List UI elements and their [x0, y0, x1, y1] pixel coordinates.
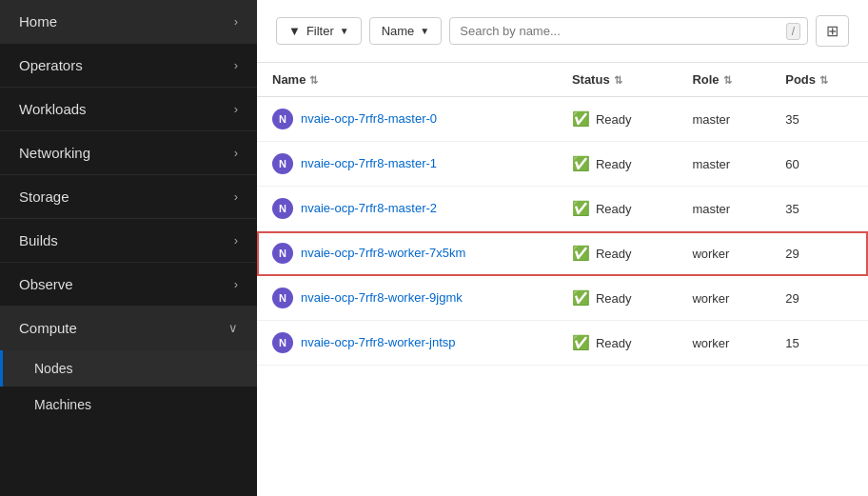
- node-icon: N: [272, 198, 293, 219]
- node-name-link[interactable]: nvaie-ocp-7rfr8-master-0: [301, 110, 437, 128]
- chevron-icon: ›: [234, 102, 238, 116]
- table-row[interactable]: Nnvaie-ocp-7rfr8-master-1✅Readymaster60: [257, 142, 868, 187]
- cell-status: ✅Ready: [557, 142, 678, 187]
- status-icon: ✅: [572, 200, 590, 217]
- cell-pods: 60: [770, 142, 868, 187]
- sidebar-sub-item-nodes[interactable]: Nodes: [0, 350, 257, 387]
- status-text: Ready: [596, 336, 632, 350]
- sidebar-item-label: Storage: [19, 188, 69, 205]
- table-row[interactable]: Nnvaie-ocp-7rfr8-worker-9jgmk✅Readyworke…: [257, 276, 868, 321]
- filter-button[interactable]: ▼ Filter ▼: [276, 17, 362, 45]
- status-text: Ready: [596, 202, 632, 216]
- cell-pods: 15: [770, 321, 868, 366]
- status-icon: ✅: [572, 245, 590, 262]
- cell-pods: 29: [770, 231, 868, 276]
- sidebar-item-workloads[interactable]: Workloads›: [0, 88, 257, 131]
- nodes-table: Name⇅Status⇅Role⇅Pods⇅ Nnvaie-ocp-7rfr8-…: [257, 63, 868, 366]
- sidebar-item-label: Observe: [19, 276, 73, 292]
- name-label: Name: [382, 24, 415, 38]
- status-icon: ✅: [572, 334, 590, 351]
- search-input[interactable]: [449, 17, 808, 45]
- status-text: Ready: [596, 157, 632, 171]
- table-row[interactable]: Nnvaie-ocp-7rfr8-master-0✅Readymaster35: [257, 97, 868, 142]
- sidebar-item-home[interactable]: Home›: [0, 0, 257, 44]
- sidebar-item-label: Compute: [19, 320, 77, 336]
- sidebar-item-networking[interactable]: Networking›: [0, 131, 257, 175]
- node-name-link[interactable]: nvaie-ocp-7rfr8-master-2: [301, 200, 437, 217]
- chevron-icon: ›: [234, 146, 238, 160]
- cell-role: worker: [677, 321, 770, 366]
- columns-button[interactable]: ⊞: [816, 15, 849, 47]
- name-chevron-icon: ▼: [420, 26, 429, 36]
- node-icon: N: [272, 243, 293, 264]
- cell-role: worker: [677, 231, 770, 276]
- sidebar-item-label: Builds: [19, 232, 58, 248]
- chevron-icon: ›: [234, 233, 238, 248]
- node-name-link[interactable]: nvaie-ocp-7rfr8-worker-jntsp: [301, 334, 456, 351]
- sidebar-item-builds[interactable]: Builds›: [0, 219, 257, 263]
- col-header-name[interactable]: Name⇅: [257, 63, 557, 97]
- table-row[interactable]: Nnvaie-ocp-7rfr8-master-2✅Readymaster35: [257, 187, 868, 231]
- node-name-link[interactable]: nvaie-ocp-7rfr8-worker-9jgmk: [301, 289, 463, 307]
- node-name-link[interactable]: nvaie-ocp-7rfr8-worker-7x5km: [301, 245, 465, 262]
- cell-role: master: [677, 142, 770, 187]
- col-header-status[interactable]: Status⇅: [557, 63, 678, 97]
- cell-name: Nnvaie-ocp-7rfr8-master-1: [257, 142, 557, 187]
- cell-status: ✅Ready: [557, 321, 678, 366]
- chevron-icon: ∨: [228, 321, 238, 335]
- cell-status: ✅Ready: [557, 187, 678, 231]
- cell-pods: 35: [770, 97, 868, 142]
- main-content: ▼ Filter ▼ Name ▼ / ⊞ Name⇅Status⇅Role⇅P…: [257, 0, 868, 496]
- status-icon: ✅: [572, 289, 590, 307]
- node-icon: N: [272, 109, 293, 129]
- node-icon: N: [272, 332, 293, 353]
- chevron-icon: ›: [234, 277, 238, 291]
- cell-name: Nnvaie-ocp-7rfr8-worker-9jgmk: [257, 276, 557, 321]
- table-row[interactable]: Nnvaie-ocp-7rfr8-worker-7x5km✅Readyworke…: [257, 231, 868, 276]
- chevron-icon: ›: [234, 58, 238, 72]
- cell-status: ✅Ready: [557, 231, 678, 276]
- table-body: Nnvaie-ocp-7rfr8-master-0✅Readymaster35N…: [257, 97, 868, 366]
- sort-icon-status: ⇅: [614, 74, 622, 87]
- status-text: Ready: [596, 247, 632, 261]
- cell-role: master: [677, 187, 770, 231]
- col-header-role[interactable]: Role⇅: [677, 63, 770, 97]
- node-icon: N: [272, 153, 293, 174]
- search-shortcut: /: [786, 23, 800, 40]
- table-header: Name⇅Status⇅Role⇅Pods⇅: [257, 63, 868, 97]
- table-row[interactable]: Nnvaie-ocp-7rfr8-worker-jntsp✅Readyworke…: [257, 321, 868, 366]
- chevron-icon: ›: [234, 14, 238, 29]
- status-text: Ready: [596, 112, 632, 127]
- filter-icon: ▼: [288, 24, 301, 38]
- sort-icon-name: ⇅: [309, 74, 318, 87]
- cell-role: master: [677, 97, 770, 142]
- sidebar: Home›Operators›Workloads›Networking›Stor…: [0, 0, 257, 496]
- sidebar-item-label: Workloads: [19, 101, 87, 117]
- sidebar-item-operators[interactable]: Operators›: [0, 44, 257, 88]
- cell-pods: 29: [770, 276, 868, 321]
- cell-name: Nnvaie-ocp-7rfr8-master-2: [257, 187, 557, 231]
- sidebar-item-observe[interactable]: Observe›: [0, 263, 257, 307]
- node-icon: N: [272, 288, 293, 308]
- sidebar-item-label: Operators: [19, 57, 83, 73]
- sidebar-sub-item-machines[interactable]: Machines: [0, 387, 257, 423]
- sort-icon-pods: ⇅: [819, 74, 828, 87]
- cell-name: Nnvaie-ocp-7rfr8-worker-jntsp: [257, 321, 557, 366]
- toolbar: ▼ Filter ▼ Name ▼ / ⊞: [257, 0, 868, 63]
- sort-icon-role: ⇅: [723, 74, 732, 87]
- cell-pods: 35: [770, 187, 868, 231]
- status-icon: ✅: [572, 155, 590, 172]
- sidebar-item-compute[interactable]: Compute∨: [0, 307, 257, 350]
- sidebar-item-label: Home: [19, 13, 57, 30]
- col-header-pods[interactable]: Pods⇅: [770, 63, 868, 97]
- cell-name: Nnvaie-ocp-7rfr8-master-0: [257, 97, 557, 142]
- filter-chevron-icon: ▼: [340, 26, 349, 36]
- nodes-table-wrap: Name⇅Status⇅Role⇅Pods⇅ Nnvaie-ocp-7rfr8-…: [257, 63, 868, 496]
- cell-status: ✅Ready: [557, 276, 678, 321]
- sidebar-item-storage[interactable]: Storage›: [0, 175, 257, 219]
- cell-status: ✅Ready: [557, 97, 678, 142]
- name-select-button[interactable]: Name ▼: [369, 17, 443, 45]
- sidebar-item-label: Networking: [19, 145, 90, 161]
- node-name-link[interactable]: nvaie-ocp-7rfr8-master-1: [301, 155, 437, 172]
- status-icon: ✅: [572, 110, 590, 128]
